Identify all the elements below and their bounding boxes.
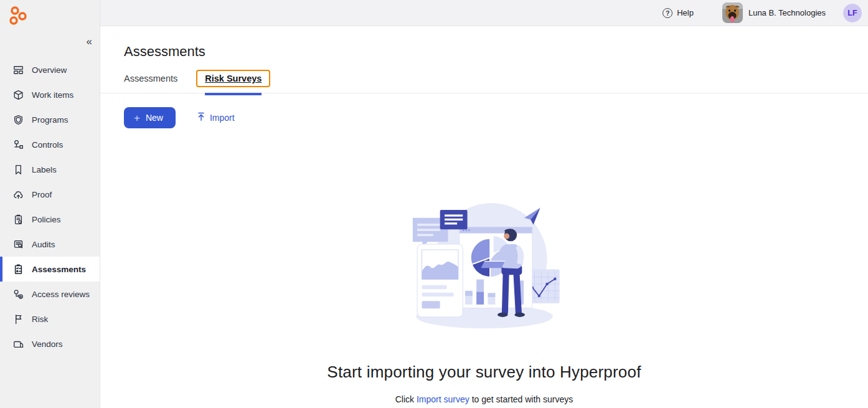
focus-ring: Risk Surveys [196,70,270,87]
import-survey-link[interactable]: Import survey [417,394,469,404]
sidebar-item-controls[interactable]: Controls [0,132,100,157]
sidebar-item-programs[interactable]: Programs [0,107,100,132]
plus-icon: + [134,113,140,123]
sidebar-item-work-items[interactable]: Work items [0,82,100,107]
survey-charts-illustration [405,193,564,336]
sidebar-item-access-reviews[interactable]: Access reviews [0,282,100,306]
programs-icon [12,114,24,125]
help-label: Help [677,8,694,17]
sidebar-item-label: Policies [32,215,61,224]
controls-icon [12,139,24,150]
audits-icon [12,239,24,250]
sidebar-item-label: Audits [32,240,55,249]
work-items-icon [12,89,24,100]
upload-icon [197,112,205,123]
sidebar-item-labels[interactable]: Labels [0,157,100,182]
sidebar-collapse-icon[interactable]: « [84,35,95,48]
main-content: Assessments Assessments Risk Surveys + N… [100,26,868,408]
sidebar-item-label: Programs [32,115,68,125]
sidebar-item-proof[interactable]: Proof [0,182,100,207]
tab-assessments[interactable]: Assessments [124,74,177,83]
empty-state-hint: Click Import survey to get started with … [100,394,868,404]
tab-risk-surveys[interactable]: Risk Surveys [196,70,270,87]
sidebar-item-label: Work items [32,90,73,100]
sidebar-item-label: Vendors [32,339,63,349]
org-name: Luna B. Technologies [748,8,826,17]
empty-state-heading: Start importing your survey into Hyperpr… [100,363,868,382]
sidebar-nav: Overview Work items Programs Controls La [0,57,100,356]
policies-icon [12,214,24,225]
sidebar-item-assessments[interactable]: Assessments [0,257,100,282]
help-icon: ? [663,8,672,18]
sidebar-item-label: Assessments [32,265,86,274]
labels-icon [12,164,24,175]
proof-icon [12,189,24,200]
user-avatar-badge[interactable]: LF [843,4,862,22]
sidebar-item-overview[interactable]: Overview [0,57,100,82]
help-button[interactable]: ? Help [663,8,694,18]
topbar: ? Help Luna B. Technologies LF [100,0,868,26]
sidebar-item-policies[interactable]: Policies [0,207,100,232]
new-button[interactable]: + New [124,107,176,128]
sidebar-item-label: Access reviews [32,290,90,299]
sidebar-item-label: Risk [32,315,48,324]
vendors-icon [12,338,24,349]
sidebar-item-label: Controls [32,140,63,149]
empty-state: Start importing your survey into Hyperpr… [100,193,868,404]
sidebar-item-label: Overview [32,65,67,75]
page-title: Assessments [124,44,868,60]
sidebar-item-audits[interactable]: Audits [0,232,100,257]
risk-icon [12,313,24,325]
org-avatar [722,2,743,23]
sidebar-item-label: Labels [32,165,57,174]
org-switcher[interactable]: Luna B. Technologies [722,2,826,23]
tab-bar: Assessments Risk Surveys [100,70,868,93]
assessments-icon [12,263,24,275]
overview-icon [12,64,24,75]
sidebar-item-label: Proof [32,190,52,199]
actions-row: + New Import [124,107,868,128]
sidebar-item-risk[interactable]: Risk [0,306,100,331]
sidebar: « Overview Work items Programs Controls [0,0,100,408]
sidebar-item-vendors[interactable]: Vendors [0,331,100,356]
hyperproof-logo-icon[interactable] [0,0,100,29]
import-button[interactable]: Import [197,112,235,123]
access-reviews-icon [12,288,24,300]
